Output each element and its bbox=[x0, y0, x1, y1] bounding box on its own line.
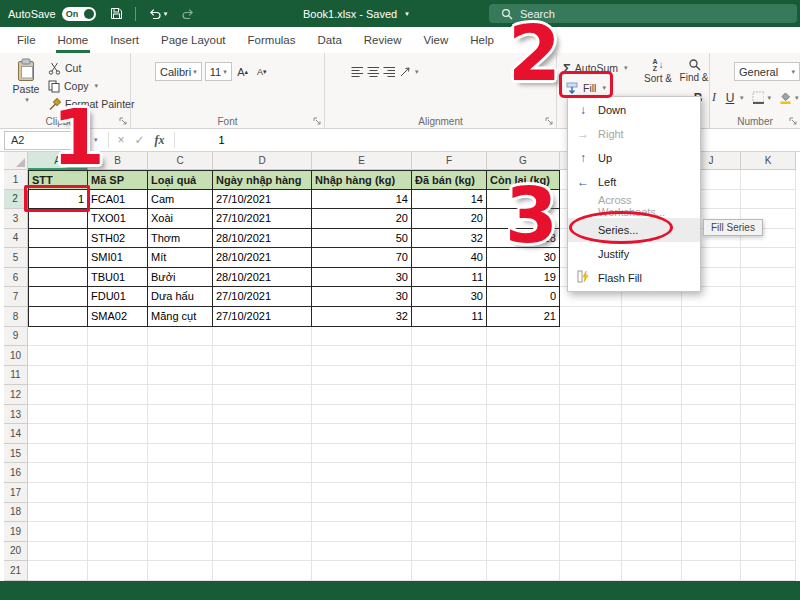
cell-J21[interactable] bbox=[682, 561, 741, 581]
cell-K7[interactable] bbox=[741, 287, 796, 307]
cell-J15[interactable] bbox=[682, 444, 741, 464]
row-header-15[interactable]: 15 bbox=[4, 444, 28, 464]
cell-K13[interactable] bbox=[741, 405, 796, 425]
cell-B10[interactable] bbox=[88, 346, 148, 366]
sort-filter-button[interactable]: AZ↓ Sort & bbox=[641, 58, 675, 84]
cell-K15[interactable] bbox=[741, 444, 796, 464]
cell-D9[interactable] bbox=[213, 327, 312, 347]
cell-I12[interactable] bbox=[622, 385, 682, 405]
cell-K21[interactable] bbox=[741, 561, 796, 581]
cell-J17[interactable] bbox=[682, 483, 741, 503]
cell-C8[interactable]: Măng cụt bbox=[148, 307, 213, 327]
cell-C5[interactable]: Mít bbox=[148, 248, 213, 268]
cell-A17[interactable] bbox=[28, 483, 88, 503]
cell-C7[interactable]: Dưa hấu bbox=[148, 287, 213, 307]
formula-input[interactable]: 1 bbox=[179, 134, 800, 146]
cell-A7[interactable] bbox=[28, 287, 88, 307]
number-format-combo[interactable]: General▾ bbox=[734, 62, 800, 81]
cell-K2[interactable] bbox=[741, 190, 796, 210]
tab-data[interactable]: Data bbox=[307, 27, 353, 53]
cell-J8[interactable] bbox=[682, 307, 741, 327]
cell-F2[interactable]: 14 bbox=[412, 190, 487, 210]
cell-F1[interactable]: Đã bán (kg) bbox=[412, 170, 487, 190]
cell-B19[interactable] bbox=[88, 522, 148, 542]
cell-I20[interactable] bbox=[622, 542, 682, 562]
cell-G15[interactable] bbox=[487, 444, 560, 464]
cell-F14[interactable] bbox=[412, 424, 487, 444]
cell-A20[interactable] bbox=[28, 542, 88, 562]
row-header-17[interactable]: 17 bbox=[4, 483, 28, 503]
row-header-11[interactable]: 11 bbox=[4, 366, 28, 386]
cell-F16[interactable] bbox=[412, 463, 487, 483]
cell-J10[interactable] bbox=[682, 346, 741, 366]
redo-button[interactable] bbox=[181, 8, 195, 20]
cell-D14[interactable] bbox=[213, 424, 312, 444]
cell-C12[interactable] bbox=[148, 385, 213, 405]
cell-C18[interactable] bbox=[148, 503, 213, 523]
cell-E8[interactable]: 32 bbox=[312, 307, 412, 327]
cell-C3[interactable]: Xoài bbox=[148, 209, 213, 229]
cell-E10[interactable] bbox=[312, 346, 412, 366]
cell-B16[interactable] bbox=[88, 463, 148, 483]
cell-H21[interactable] bbox=[560, 561, 622, 581]
cell-I10[interactable] bbox=[622, 346, 682, 366]
cell-H8[interactable] bbox=[560, 307, 622, 327]
tab-home[interactable]: Home bbox=[47, 27, 100, 53]
tab-file[interactable]: File bbox=[6, 27, 47, 53]
orientation-button[interactable] bbox=[397, 63, 413, 81]
tab-view[interactable]: View bbox=[413, 27, 460, 53]
cell-D7[interactable]: 27/10/2021 bbox=[213, 287, 312, 307]
cell-H15[interactable] bbox=[560, 444, 622, 464]
cell-H17[interactable] bbox=[560, 483, 622, 503]
cell-F17[interactable] bbox=[412, 483, 487, 503]
number-dialog-launcher[interactable] bbox=[789, 117, 797, 125]
cell-F11[interactable] bbox=[412, 366, 487, 386]
insert-function-icon[interactable]: fx bbox=[155, 133, 165, 148]
cell-B5[interactable]: SMI01 bbox=[88, 248, 148, 268]
cell-F9[interactable] bbox=[412, 327, 487, 347]
cell-K9[interactable] bbox=[741, 327, 796, 347]
cell-E5[interactable]: 70 bbox=[312, 248, 412, 268]
cell-A18[interactable] bbox=[28, 503, 88, 523]
row-header-14[interactable]: 14 bbox=[4, 424, 28, 444]
top-align-button[interactable] bbox=[349, 63, 365, 81]
cell-G8[interactable]: 21 bbox=[487, 307, 560, 327]
menu-item-flash-fill[interactable]: Flash Fill bbox=[568, 266, 700, 290]
cancel-icon[interactable]: × bbox=[118, 133, 125, 147]
row-header-5[interactable]: 5 bbox=[4, 248, 28, 268]
cell-E3[interactable]: 20 bbox=[312, 209, 412, 229]
cell-H9[interactable] bbox=[560, 327, 622, 347]
cell-K8[interactable] bbox=[741, 307, 796, 327]
row-header-20[interactable]: 20 bbox=[4, 542, 28, 562]
cell-G11[interactable] bbox=[487, 366, 560, 386]
cell-F13[interactable] bbox=[412, 405, 487, 425]
column-header-E[interactable]: E bbox=[312, 152, 412, 170]
cell-B8[interactable]: SMA02 bbox=[88, 307, 148, 327]
cell-B18[interactable] bbox=[88, 503, 148, 523]
cell-C21[interactable] bbox=[148, 561, 213, 581]
cell-A9[interactable] bbox=[28, 327, 88, 347]
column-header-G[interactable]: G bbox=[487, 152, 560, 170]
paste-button[interactable]: Paste ▾ bbox=[8, 58, 44, 116]
cell-E11[interactable] bbox=[312, 366, 412, 386]
cell-H18[interactable] bbox=[560, 503, 622, 523]
tab-insert[interactable]: Insert bbox=[99, 27, 150, 53]
row-header-9[interactable]: 9 bbox=[4, 327, 28, 347]
cell-B13[interactable] bbox=[88, 405, 148, 425]
cell-K11[interactable] bbox=[741, 366, 796, 386]
cell-C14[interactable] bbox=[148, 424, 213, 444]
cell-I18[interactable] bbox=[622, 503, 682, 523]
autosave-toggle[interactable]: On bbox=[62, 7, 96, 21]
cell-D6[interactable]: 28/10/2021 bbox=[213, 268, 312, 288]
cell-A13[interactable] bbox=[28, 405, 88, 425]
cell-G12[interactable] bbox=[487, 385, 560, 405]
cell-D20[interactable] bbox=[213, 542, 312, 562]
cell-C16[interactable] bbox=[148, 463, 213, 483]
cell-C15[interactable] bbox=[148, 444, 213, 464]
cell-E9[interactable] bbox=[312, 327, 412, 347]
cell-B9[interactable] bbox=[88, 327, 148, 347]
cell-D8[interactable]: 27/10/2021 bbox=[213, 307, 312, 327]
cell-D18[interactable] bbox=[213, 503, 312, 523]
cell-J19[interactable] bbox=[682, 522, 741, 542]
cell-H11[interactable] bbox=[560, 366, 622, 386]
